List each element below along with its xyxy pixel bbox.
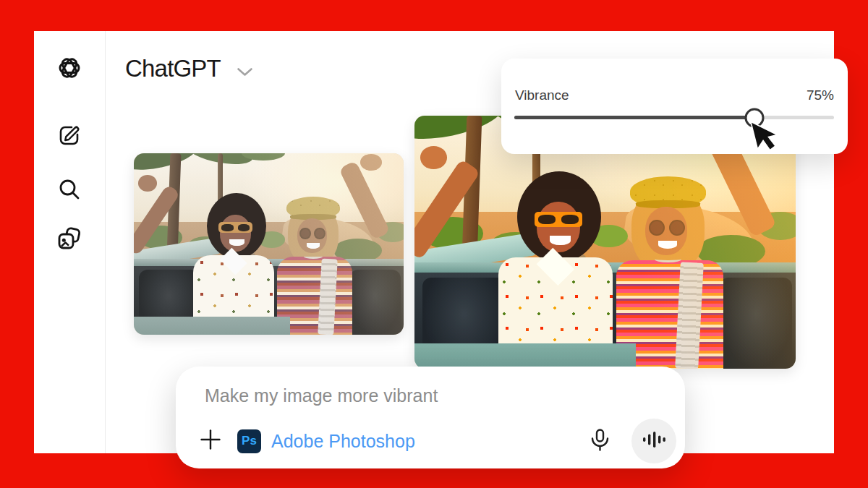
sidebar-item-library[interactable]: [56, 226, 82, 252]
vibrance-slider-fill: [514, 116, 754, 119]
openai-logo: [55, 53, 84, 82]
plus-icon: [200, 429, 221, 453]
sidebar-item-openai-logo[interactable]: [55, 53, 84, 82]
photo-scene: [134, 153, 404, 335]
vibrance-label: Vibrance: [515, 87, 569, 103]
microphone-icon: [589, 428, 611, 455]
dictate-button[interactable]: [587, 428, 613, 454]
stage: ChatGPT: [0, 0, 868, 488]
vibrance-panel: Vibrance 75%: [501, 59, 848, 154]
new-chat-icon: [57, 123, 82, 147]
voice-waveform-icon: [642, 431, 665, 451]
photo-original: [134, 153, 404, 335]
photoshop-app-link[interactable]: Adobe Photoshop: [271, 431, 415, 452]
model-picker-title[interactable]: ChatGPT: [125, 55, 221, 82]
sidebar-item-new-chat[interactable]: [57, 123, 82, 147]
sidebar-item-search[interactable]: [57, 177, 82, 202]
photoshop-badge[interactable]: Ps: [237, 429, 261, 453]
sidebar-divider: [105, 31, 106, 453]
attach-plus-button[interactable]: [198, 429, 223, 453]
search-icon: [57, 177, 82, 202]
vibrance-slider-thumb[interactable]: [744, 108, 764, 127]
chat-composer: Make my image more vibrant Ps Adobe Phot…: [176, 367, 685, 468]
voice-mode-button[interactable]: [631, 419, 676, 463]
vibrance-value: 75%: [807, 87, 834, 103]
vibrance-slider[interactable]: [514, 116, 834, 119]
chevron-down-icon[interactable]: [237, 67, 253, 80]
library-icon: [56, 226, 82, 252]
composer-input[interactable]: Make my image more vibrant: [205, 385, 438, 406]
scene-sunlight-overlay: [134, 153, 404, 335]
